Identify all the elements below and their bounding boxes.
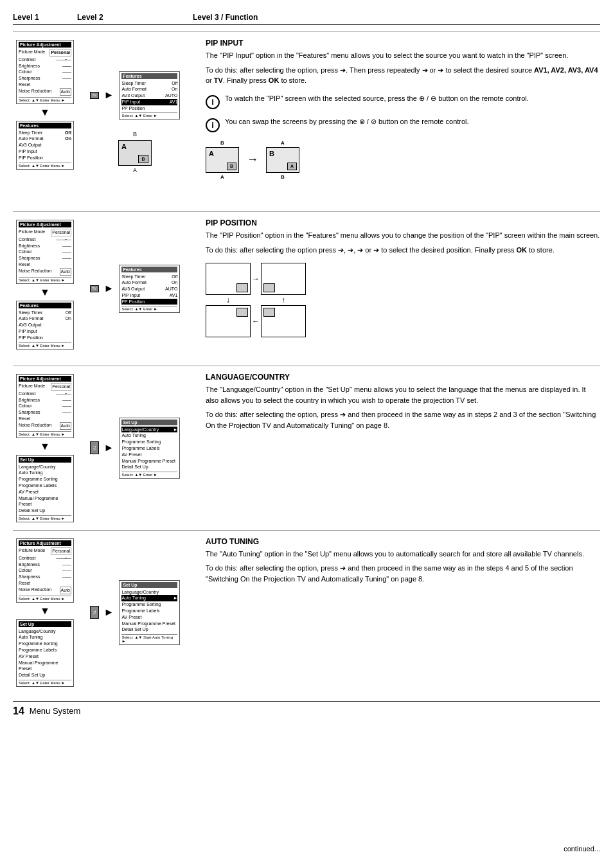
info-box-2: i You can swap the screens by pressing t… (206, 117, 600, 132)
level3-pip-pos: PIP POSITION The "PIP Position" option i… (193, 218, 600, 359)
level3-language: LANGUAGE/COUNTRY The "Language/Country" … (193, 373, 600, 524)
heading-auto-tuning: AUTO TUNING (206, 537, 600, 546)
section-language: Picture Adjustment Picture ModePersonal … (13, 366, 600, 530)
screen-picture-adj-1: Picture Adjustment Picture ModePersonal … (16, 40, 74, 104)
screen-setup-at-l1: Set Up Language/Country Auto Tuning Prog… (16, 619, 74, 687)
screen-picture-adj-pos: Picture Adjustment Picture ModePersonal … (16, 220, 74, 284)
screen-setup-lang-l2: Set Up Language/Country► Auto Tuning Pro… (119, 418, 180, 479)
header-col3: Level 3 / Function (193, 13, 600, 22)
arrow-down-lang: ▼ (40, 441, 50, 452)
screen-setup-at-l2: Set Up Language/Country Auto Tuning► Pro… (119, 580, 180, 646)
section-pip-input: Picture Adjustment Picture ModePersonal … (13, 31, 600, 211)
body2-pip-input: To do this: after selecting the option, … (206, 65, 600, 86)
level2-auto-tuning: TV ► Set Up Language/Country Auto Tuning… (77, 537, 193, 688)
arrow-right-pip: ► (104, 89, 114, 101)
body2-auto-tuning: To do this: after selecting the option, … (206, 563, 600, 584)
arrow-right-lang: ► (104, 442, 114, 454)
body1-auto-tuning: The "Auto Tuning" option in the "Set Up"… (206, 549, 600, 560)
screen-setup-lang-l1: Set Up Language/Country Auto Tuning Prog… (16, 455, 74, 522)
swap-diagram: B A B A → A B A B (206, 140, 600, 180)
heading-pip-input: PIP INPUT (206, 39, 600, 48)
section-pip-position: Picture Adjustment Picture ModePersonal … (13, 211, 600, 366)
level2-pip-input-inner: TV ► Features Sleep TimerOff Auto Format… (90, 70, 181, 121)
page: Level 1 Level 2 Level 3 / Function Pictu… (0, 0, 613, 868)
section-auto-tuning: Picture Adjustment Picture ModePersonal … (13, 530, 600, 695)
level1-pip-pos: Picture Adjustment Picture ModePersonal … (13, 218, 77, 359)
level3-auto-tuning: AUTO TUNING The "Auto Tuning" option in … (193, 537, 600, 688)
header-col2: Level 2 (77, 13, 193, 22)
arrow-down-at: ▼ (40, 606, 50, 616)
body2-language: To do this: after selecting the option, … (206, 409, 600, 430)
heading-language: LANGUAGE/COUNTRY (206, 373, 600, 382)
arrow-right-at: ► (104, 607, 114, 618)
screen-features-pos-l1: Features Sleep TimerOff Auto FormatOn AV… (16, 301, 74, 350)
screen-features-pos-l2: Features Sleep TimerOff Auto FormatOn AV… (119, 265, 180, 314)
heading-pip-pos: PIP POSITION (206, 218, 600, 227)
screen-picture-adj-at: Picture Adjustment Picture ModePersonal … (16, 538, 74, 603)
body1-language: The "Language/Country" option in the "Se… (206, 384, 600, 405)
arrow-down-1: ▼ (40, 107, 50, 118)
pip-ab-diagram: B A B A (118, 131, 152, 173)
header: Level 1 Level 2 Level 3 / Function (13, 13, 600, 25)
level2-pip-pos-inner: TV ► Features Sleep TimerOff Auto Format… (90, 263, 181, 315)
info-text-2: You can swap the screens by pressing the… (225, 117, 469, 127)
continued-text: continued... (564, 845, 600, 853)
info-icon-2: i (206, 118, 220, 132)
level3-pip-input: PIP INPUT The "PIP Input" option in the … (193, 39, 600, 205)
arrow-right-pos: ► (104, 283, 114, 294)
page-number: 14 (13, 705, 24, 717)
page-footer: 14 Menu System (13, 701, 600, 717)
page-title-footer: Menu System (30, 706, 80, 716)
level1-auto-tuning: Picture Adjustment Picture ModePersonal … (13, 537, 77, 688)
screen-features-1: Features Sleep TimerOff Auto FormatOn AV… (16, 121, 74, 170)
screen-picture-adj-lang: Picture Adjustment Picture ModePersonal … (16, 374, 74, 438)
body2-pip-pos: To do this: after selecting the option p… (206, 245, 600, 256)
body1-pip-input: The "PIP Input" option in the "Features"… (206, 50, 600, 61)
level2-pip-input: TV ► Features Sleep TimerOff Auto Format… (77, 39, 193, 205)
body1-pip-pos: The "PIP Position" option in the "Featur… (206, 230, 600, 241)
info-icon-1: i (206, 95, 220, 109)
info-text-1: To watch the "PIP" screen with the selec… (225, 94, 529, 103)
info-box-1: i To watch the "PIP" screen with the sel… (206, 94, 600, 109)
level2-at-inner: TV ► Set Up Language/Country Auto Tuning… (90, 579, 181, 647)
level2-language-inner: TV ► Set Up Language/Country► Auto Tunin… (90, 416, 181, 481)
level1-language: Picture Adjustment Picture ModePersonal … (13, 373, 77, 524)
level2-pip-pos: TV ► Features Sleep TimerOff Auto Format… (77, 218, 193, 359)
level1-pip-input: Picture Adjustment Picture ModePersonal … (13, 39, 77, 205)
pos-diagram: → ↓ ↑ ← (206, 263, 600, 337)
arrow-down-pos: ▼ (40, 287, 50, 297)
screen-features-pip-l2: Features Sleep TimerOff Auto FormatOn AV… (119, 71, 180, 120)
header-col1: Level 1 (13, 13, 77, 22)
level2-language: TV ► Set Up Language/Country► Auto Tunin… (77, 373, 193, 524)
